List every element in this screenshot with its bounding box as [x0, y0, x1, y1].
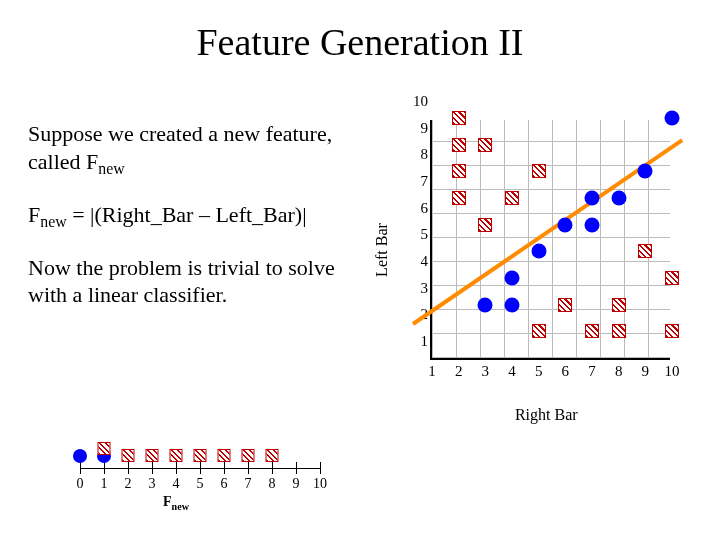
circle-marker [638, 164, 653, 179]
numline-tick [224, 462, 225, 474]
paragraph-3: Now the problem is trivial to solve with… [28, 254, 368, 309]
numline-tick-label: 0 [77, 476, 84, 492]
circle-marker [531, 244, 546, 259]
numline-hatch-marker [242, 449, 255, 462]
hatch-marker [505, 191, 519, 205]
p1-text: Suppose we created a new feature, called… [28, 121, 332, 174]
numline-tick [128, 462, 129, 474]
y-tick: 4 [408, 253, 428, 270]
plot-area: 1234567891012345678910 [430, 120, 670, 360]
y-tick: 5 [408, 226, 428, 243]
y-tick: 7 [408, 173, 428, 190]
numline-hatch-marker [266, 449, 279, 462]
explanation-text: Suppose we created a new feature, called… [28, 120, 368, 331]
numline-tick-label: 8 [269, 476, 276, 492]
circle-marker [558, 217, 573, 232]
numline-tick [272, 462, 273, 474]
y-axis-label: Left Bar [373, 223, 391, 277]
hatch-marker [452, 111, 466, 125]
hatch-marker [612, 298, 626, 312]
numline-tick [104, 462, 105, 474]
number-line: 012345678910Fnew [60, 440, 340, 500]
circle-marker [505, 297, 520, 312]
numline-tick-label: 4 [173, 476, 180, 492]
numline-hatch-marker [194, 449, 207, 462]
circle-marker [585, 217, 600, 232]
hatch-marker [638, 244, 652, 258]
x-tick: 1 [428, 363, 436, 380]
numline-hatch-marker [218, 449, 231, 462]
circle-marker [585, 191, 600, 206]
y-tick: 10 [408, 93, 428, 110]
hatch-marker [612, 324, 626, 338]
hatch-marker [478, 218, 492, 232]
circle-marker [505, 271, 520, 286]
p1-sub: new [98, 160, 124, 177]
numline-tick [248, 462, 249, 474]
y-tick: 1 [408, 333, 428, 350]
numline-tick-label: 6 [221, 476, 228, 492]
x-tick: 2 [455, 363, 463, 380]
p2-text-c: = |(Right_Bar – Left_Bar)| [67, 202, 307, 227]
y-tick: 8 [408, 146, 428, 163]
hatch-marker [532, 164, 546, 178]
numline-axis-label: Fnew [163, 494, 189, 512]
numline-tick [200, 462, 201, 474]
hatch-marker [585, 324, 599, 338]
hatch-marker [532, 324, 546, 338]
circle-marker [665, 111, 680, 126]
numline-tick [80, 462, 81, 474]
page-title: Feature Generation II [0, 0, 720, 64]
y-tick: 3 [408, 279, 428, 296]
numline-tick-label: 10 [313, 476, 327, 492]
numline-tick-label: 9 [293, 476, 300, 492]
hatch-marker [665, 271, 679, 285]
hatch-marker [452, 164, 466, 178]
numline-tick-label: 7 [245, 476, 252, 492]
numline-hatch-marker [122, 449, 135, 462]
x-tick: 4 [508, 363, 516, 380]
numline-hatch-marker [170, 449, 183, 462]
numline-tick [152, 462, 153, 474]
numline-tick-label: 2 [125, 476, 132, 492]
numline-tick [296, 462, 297, 474]
numline-hatch-marker [146, 449, 159, 462]
x-tick: 7 [588, 363, 596, 380]
numline-circle-marker [73, 449, 87, 463]
circle-marker [611, 191, 626, 206]
numline-tick-label: 1 [101, 476, 108, 492]
hatch-marker [478, 138, 492, 152]
circle-marker [478, 297, 493, 312]
hatch-marker [452, 138, 466, 152]
p2-sub: new [40, 213, 66, 230]
y-tick: 9 [408, 119, 428, 136]
numline-tick [176, 462, 177, 474]
paragraph-1: Suppose we created a new feature, called… [28, 120, 368, 179]
p2-text-a: F [28, 202, 40, 227]
numline-tick-label: 3 [149, 476, 156, 492]
scatter-plot: Left Bar 1234567891012345678910 Right Ba… [390, 120, 690, 380]
x-tick: 9 [642, 363, 650, 380]
x-tick: 6 [562, 363, 570, 380]
hatch-marker [665, 324, 679, 338]
x-tick: 5 [535, 363, 543, 380]
hatch-marker [558, 298, 572, 312]
x-tick: 3 [482, 363, 490, 380]
x-tick: 10 [665, 363, 680, 380]
numline-tick [320, 462, 321, 474]
y-tick: 6 [408, 199, 428, 216]
x-tick: 8 [615, 363, 623, 380]
numline-tick-label: 5 [197, 476, 204, 492]
numline-hatch-marker [98, 442, 111, 455]
x-axis-label: Right Bar [515, 406, 578, 424]
paragraph-2: Fnew = |(Right_Bar – Left_Bar)| [28, 201, 368, 232]
hatch-marker [452, 191, 466, 205]
